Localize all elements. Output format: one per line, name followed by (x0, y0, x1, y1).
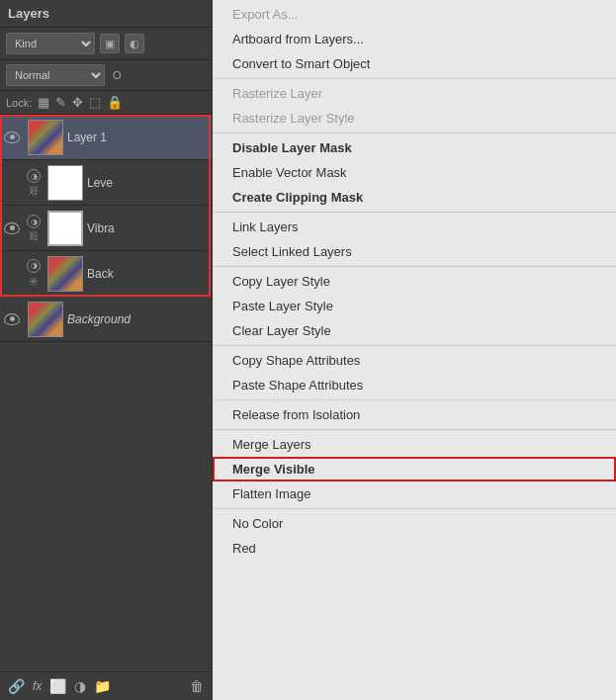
menu-item-flatten[interactable]: Flatten Image (213, 481, 616, 506)
menu-item-rasterize-layer[interactable]: Rasterize Layer (213, 81, 616, 106)
layers-panel: Layers Kind ▣ ◐ Normal O Lock: ▦ ✎ ✥ ⬚ 🔒 (0, 0, 213, 700)
menu-item-red[interactable]: Red (213, 536, 616, 561)
layer-thumbnail (47, 256, 83, 292)
layer-thumbnail (47, 165, 83, 201)
visibility-toggle[interactable] (0, 297, 24, 342)
lock-all-icon[interactable]: 🔒 (107, 95, 123, 110)
pixel-icon[interactable]: ▣ (100, 34, 120, 53)
mask-icon[interactable]: ⬜ (49, 678, 66, 694)
layer-thumbnail (28, 120, 63, 155)
menu-item-release-isolation[interactable]: Release from Isolation (213, 402, 616, 427)
menu-item-paste-style[interactable]: Paste Layer Style (213, 294, 616, 318)
lock-brush-icon[interactable]: ✎ (55, 95, 66, 110)
visibility-toggle[interactable] (0, 206, 24, 251)
trash-icon[interactable]: 🗑 (190, 678, 204, 694)
lock-label: Lock: (6, 97, 32, 109)
panel-header: Layers (0, 0, 212, 28)
menu-item-clear-style[interactable]: Clear Layer Style (213, 318, 616, 343)
lock-row: Lock: ▦ ✎ ✥ ⬚ 🔒 (0, 91, 212, 115)
layer-name: Back (87, 267, 212, 281)
folder-icon[interactable]: 📁 (94, 678, 111, 694)
menu-section-shape: Copy Shape Attributes Paste Shape Attrib… (213, 346, 616, 400)
layer-item[interactable]: ◑ ⛓ Leve (0, 160, 212, 206)
menu-item-select-linked[interactable]: Select Linked Layers (213, 239, 616, 264)
menu-item-paste-shape[interactable]: Paste Shape Attributes (213, 373, 616, 397)
layers-list: Layer 1 ◑ ⛓ Leve ◑ ⛓ (0, 115, 212, 671)
menu-section-color: No Color Red (213, 509, 616, 563)
layer-thumbnail (47, 211, 83, 246)
link-icon[interactable]: 🔗 (8, 678, 25, 694)
eye-icon (4, 131, 20, 143)
menu-item-smart-object[interactable]: Convert to Smart Object (213, 51, 616, 76)
layer-extras: ◑ ⛓ (24, 169, 44, 196)
thumb-image (29, 121, 62, 154)
menu-section-export: Export As... Artboard from Layers... Con… (213, 0, 616, 79)
layer-extras: ◑ ⛓ (24, 215, 44, 241)
menu-section-style: Copy Layer Style Paste Layer Style Clear… (213, 267, 616, 346)
thumb-white (48, 166, 82, 200)
menu-item-merge-layers[interactable]: Merge Layers (213, 432, 616, 457)
menu-section-isolation: Release from Isolation (213, 400, 616, 430)
blend-row: Normal O (0, 60, 212, 91)
menu-item-link-layers[interactable]: Link Layers (213, 215, 616, 239)
menu-section-link: Link Layers Select Linked Layers (213, 213, 616, 267)
layer-name: Layer 1 (67, 131, 212, 144)
menu-item-rasterize-style[interactable]: Rasterize Layer Style (213, 106, 616, 131)
chain-icon: ⛓ (29, 230, 39, 241)
adjustment-icon[interactable]: ◑ (74, 678, 86, 694)
lock-move-icon[interactable]: ✥ (72, 95, 83, 110)
chain-icon: ⛓ (29, 185, 39, 196)
layer-name: Background (67, 312, 212, 326)
panel-toolbar: Kind ▣ ◐ (0, 28, 212, 60)
menu-item-copy-style[interactable]: Copy Layer Style (213, 269, 616, 294)
thumb-image (48, 257, 82, 291)
menu-item-disable-mask[interactable]: Disable Layer Mask (213, 135, 616, 160)
lock-grid-icon[interactable]: ▦ (38, 95, 49, 110)
layer-item[interactable]: ◑ ✳ Back (0, 251, 212, 297)
lock-artboard-icon[interactable]: ⬚ (89, 95, 101, 110)
kind-select[interactable]: Kind (6, 33, 95, 54)
menu-item-artboard[interactable]: Artboard from Layers... (213, 27, 616, 51)
adjustment-icon[interactable]: ◐ (125, 34, 144, 53)
thumb-white (49, 213, 81, 244)
eye-icon (4, 222, 20, 234)
context-menu: Export As... Artboard from Layers... Con… (213, 0, 616, 700)
menu-section-merge: Merge Layers Merge Visible Flatten Image (213, 430, 616, 509)
thumb-image (29, 303, 62, 336)
menu-section-rasterize: Rasterize Layer Rasterize Layer Style (213, 79, 616, 133)
menu-item-no-color[interactable]: No Color (213, 511, 616, 536)
eye-icon (4, 313, 20, 325)
visibility-toggle[interactable] (0, 115, 24, 160)
panel-title: Layers (8, 6, 49, 21)
menu-item-copy-shape[interactable]: Copy Shape Attributes (213, 348, 616, 373)
layer-extras: ◑ ✳ (24, 259, 44, 289)
menu-item-enable-vector[interactable]: Enable Vector Mask (213, 160, 616, 185)
adjustment-circle-icon: ◑ (27, 169, 41, 183)
fx-icon[interactable]: fx (33, 679, 42, 693)
adjustment-circle-icon: ◑ (27, 215, 41, 228)
layer-item[interactable]: ◑ ⛓ Vibra (0, 206, 212, 251)
menu-item-export-as[interactable]: Export As... (213, 2, 616, 27)
blend-mode-select[interactable]: Normal (6, 64, 105, 86)
menu-item-clipping-mask[interactable]: Create Clipping Mask (213, 185, 616, 210)
visibility-toggle[interactable] (0, 251, 24, 297)
chain-icon: ✳ (29, 275, 39, 289)
layer-name: Vibra (87, 221, 212, 235)
visibility-toggle[interactable] (0, 160, 24, 206)
layer-item[interactable]: Background (0, 297, 212, 342)
layer-thumbnail (28, 302, 63, 337)
panel-bottom: 🔗 fx ⬜ ◑ 📁 🗑 (0, 671, 212, 700)
adjustment-circle-icon: ◑ (27, 259, 41, 273)
menu-item-merge-visible[interactable]: Merge Visible (213, 457, 616, 481)
layer-name: Leve (87, 176, 212, 190)
layer-item[interactable]: Layer 1 (0, 115, 212, 160)
opacity-label: O (113, 69, 122, 81)
menu-section-masks: Disable Layer Mask Enable Vector Mask Cr… (213, 133, 616, 213)
